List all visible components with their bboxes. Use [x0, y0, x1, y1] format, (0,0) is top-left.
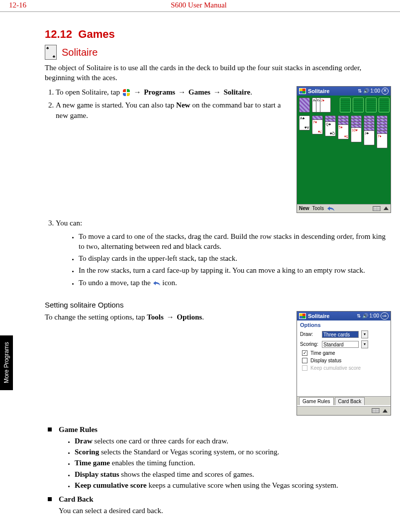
card-back-block: Card Back You can select a desired card …: [48, 494, 391, 516]
arrow-icon: →: [132, 88, 142, 96]
dropdown-icon[interactable]: [361, 340, 368, 348]
term: Scoring: [75, 448, 99, 456]
draw-label: Draw:: [300, 331, 319, 337]
tableau-card[interactable]: 5♦5♦: [338, 124, 349, 139]
step-bold: New: [176, 101, 190, 109]
block-title: Card Back: [59, 495, 94, 503]
term: Draw: [75, 437, 93, 445]
section-title: Games: [78, 28, 114, 40]
signal-icon: ⇅: [357, 313, 361, 319]
foundation-slot[interactable]: [353, 98, 364, 112]
checkbox-icon: [302, 365, 307, 371]
step-text: You can:: [56, 219, 82, 227]
tableau-card[interactable]: 10♥: [351, 127, 362, 142]
arrow-icon: →: [166, 313, 175, 321]
list-item: Scoring selects the Standard or Vegas sc…: [75, 447, 391, 457]
page-number: 12-16: [9, 1, 26, 9]
arrow-icon: →: [212, 88, 222, 96]
arrow-icon: →: [177, 88, 187, 96]
rules-inner-list: Draw selects one card or three cards for…: [59, 436, 391, 490]
deck-pile[interactable]: [299, 98, 310, 112]
menu-new[interactable]: New: [299, 206, 309, 211]
checkbox-display-status[interactable]: Display status: [297, 357, 391, 364]
intro-text: The object of Solitaire is to use all th…: [45, 63, 391, 83]
step-text: A new game is started. You can also tap: [56, 101, 176, 109]
list-text: To undo a move, tap the: [79, 279, 153, 287]
scoring-select[interactable]: Standard: [322, 341, 359, 348]
tab-game-rules[interactable]: Game Rules: [299, 397, 334, 405]
dropdown-icon[interactable]: [361, 330, 368, 338]
foundation-slot[interactable]: [366, 98, 377, 112]
tableau-card[interactable]: 7♦: [377, 133, 388, 148]
desc: selects one card or three cards for each…: [93, 437, 228, 445]
checkbox-icon: [302, 358, 307, 363]
start-flag-icon[interactable]: [299, 88, 306, 94]
list-text: icon.: [162, 279, 177, 287]
text: To change the setting options, tap: [45, 313, 147, 321]
keyboard-icon[interactable]: [373, 206, 381, 211]
start-flag-icon[interactable]: [299, 313, 306, 319]
text: .: [202, 313, 204, 321]
speaker-icon: 🔊: [362, 313, 368, 319]
options-title: Options: [297, 320, 391, 329]
step-3: You can: To move a card to one of the st…: [56, 218, 391, 288]
desc: shows the elasped time and scores of gam…: [119, 470, 254, 478]
tableau-card[interactable]: 7♥7♥: [312, 119, 323, 134]
checkbox-keep-score: Keep cumulative score: [297, 364, 391, 372]
bold-text: Options: [177, 313, 202, 321]
term: Keep cumulative score: [75, 481, 147, 489]
tableau-card[interactable]: Q♣Q♣: [325, 121, 336, 136]
menu-tools[interactable]: Tools: [312, 206, 324, 211]
window-titlebar: Solitaire ⇅ 🔊 1:00 ok: [297, 312, 391, 320]
list-item: Display status shows the elasped time an…: [75, 469, 391, 479]
list-item: Time game enables the timing function.: [75, 458, 391, 468]
solitaire-card-icon: [45, 45, 57, 60]
tab-card-back[interactable]: Card Back: [335, 397, 365, 405]
list-item: To display cards in the upper-left stack…: [79, 253, 391, 263]
undo-icon: [153, 280, 161, 286]
step-3-sublist: To move a card to one of the stacks, dra…: [66, 231, 391, 288]
term: Time game: [75, 459, 110, 467]
foundation-slot[interactable]: [340, 98, 351, 112]
speaker-icon: 🔊: [363, 88, 369, 94]
foundation-slot[interactable]: [379, 98, 390, 112]
options-description-list: Game Rules Draw selects one card or thre…: [45, 425, 391, 516]
list-item: To undo a move, tap the icon.: [79, 278, 391, 288]
sip-up-icon[interactable]: [383, 409, 388, 413]
screenshot-solitaire-options: Solitaire ⇅ 🔊 1:00 ok Options Draw: Thre…: [297, 311, 391, 416]
section-number: 12.12: [45, 28, 72, 40]
section-heading: 12.12 Games: [45, 28, 391, 41]
checkbox-time-game[interactable]: ✓ Time game: [297, 349, 391, 357]
tableau-card[interactable]: J♣: [364, 130, 375, 145]
window-title: Solitaire: [308, 313, 357, 319]
game-rules-block: Game Rules Draw selects one card or thre…: [48, 425, 391, 490]
keyboard-icon[interactable]: [372, 408, 380, 413]
step-bold: Games: [189, 88, 210, 96]
signal-icon: ⇅: [358, 88, 362, 94]
draw-select[interactable]: Three cards: [322, 331, 359, 338]
close-icon[interactable]: ✕: [382, 88, 389, 95]
window-titlebar: Solitaire ⇅ 🔊 1:00 ✕: [297, 87, 391, 96]
checkbox-icon: ✓: [302, 350, 307, 356]
undo-icon[interactable]: [327, 206, 335, 212]
page-header: 12-16 S600 User Manual: [0, 0, 400, 12]
window-title: Solitaire: [308, 88, 358, 94]
sip-up-icon[interactable]: [384, 207, 389, 210]
bold-text: Tools: [147, 313, 164, 321]
checkbox-label: Time game: [310, 350, 335, 356]
ok-button[interactable]: ok: [381, 313, 389, 319]
card-back-desc: You can select a desired card back.: [59, 506, 391, 516]
clock-text: 1:00: [370, 313, 379, 319]
step-bold: Solitaire: [223, 88, 250, 96]
options-panel: Options Draw: Three cards Scoring: Stand…: [297, 320, 391, 415]
waste-card[interactable]: J♦: [320, 98, 331, 112]
side-tab: More Programs: [0, 335, 13, 390]
command-bar: New Tools: [297, 204, 391, 213]
tableau-card[interactable]: A♣A♣: [299, 115, 310, 130]
desc: keeps a cumulative score when using the …: [147, 481, 338, 489]
windows-flag-icon: [123, 89, 130, 96]
solitaire-board[interactable]: A♠ K♠ J♦ A♣A♣ 7♥7♥ Q♣Q♣ 5♦5♦ 10♥: [297, 96, 391, 204]
desc: selects the Standard or Vegas scoring sy…: [99, 448, 279, 456]
desc: enables the timing function.: [110, 459, 195, 467]
block-title: Game Rules: [59, 426, 98, 433]
